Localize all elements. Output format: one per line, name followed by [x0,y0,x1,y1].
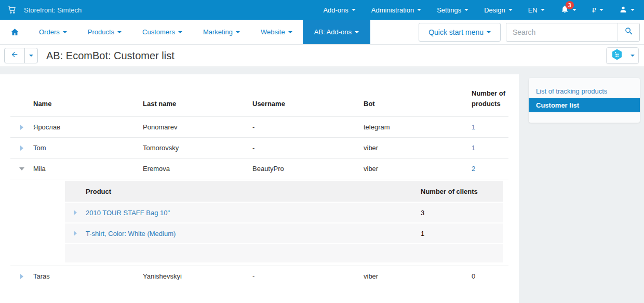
menu-design-label: Design [484,6,505,14]
products-count-link[interactable]: 1 [472,123,475,131]
chevron-down-icon [630,9,635,11]
chevron-down-icon [572,9,576,11]
chevron-down-icon [355,31,359,33]
page-header: AB: EcomBot: Customer list [0,45,644,67]
subtable-column-number-of-clients: Number of clients [421,188,504,195]
nav-marketing-label: Marketing [203,28,233,36]
sidebar-item-list-of-tracking-products[interactable]: List of tracking products [529,84,640,98]
back-button-group [4,48,38,63]
expand-product-icon[interactable] [74,210,77,215]
navbar: Orders Products Customers Marketing Webs… [0,20,644,45]
quick-start-menu-button[interactable]: Quick start menu [419,23,501,42]
customer-list-panel: Name Last name Username Bot Number of pr… [0,74,519,303]
currency-menu[interactable]: ₽ [592,6,603,14]
user-menu[interactable] [619,5,635,15]
cell-last-name: Yanishevskyi [143,272,252,280]
subtable-header-row: Product Number of clients [65,181,503,203]
column-header-number-of-products: Number of products [472,88,509,109]
sidebar-item-customer-list[interactable]: Customer list [529,98,640,112]
table-row-expanded: Mila Eremova BeautyPro viber 2 [10,159,508,179]
chevron-down-icon [464,9,468,11]
collapse-row-icon[interactable] [19,167,24,170]
menu-add-ons[interactable]: Add-ons [323,6,355,14]
cell-name: Ярослав [33,123,143,131]
nav-item-customers[interactable]: Customers [132,20,193,44]
expand-row-icon[interactable] [20,125,23,130]
search-input[interactable] [506,23,618,41]
column-header-username: Username [252,99,364,109]
table-row: Tom Tomorovsky - viber 1 [10,138,508,159]
chevron-down-icon [599,9,603,11]
column-header-bot: Bot [364,99,472,109]
menu-administration-label: Administration [371,6,414,14]
table-header-row: Name Last name Username Bot Number of pr… [10,74,508,117]
page-title: AB: EcomBot: Customer list [46,50,175,62]
language-label: EN [528,6,538,14]
chevron-down-icon [487,31,491,33]
chevron-down-icon [236,31,240,33]
back-arrow-icon [10,50,19,61]
column-header-last-name: Last name [143,99,252,109]
sidebar: List of tracking products Customer list [529,78,640,123]
expand-row-icon[interactable] [20,274,23,279]
storefront-label[interactable]: Storefront: Simtech [24,6,82,14]
nav-customers-label: Customers [142,28,175,36]
nav-website-label: Website [261,28,285,36]
chevron-down-icon [63,31,67,33]
nav-item-website[interactable]: Website [250,20,303,44]
cell-last-name: Ponomarev [143,123,252,131]
cell-bot: viber [364,144,472,152]
cell-last-name: Tomorovsky [143,144,252,152]
menu-administration[interactable]: Administration [371,6,421,14]
search-icon [624,27,634,37]
menu-language[interactable]: EN [528,6,545,14]
cell-number-of-clients: 1 [421,230,504,238]
expand-product-icon[interactable] [74,231,77,236]
subtable-row: T-shirt, Color: White (Medium) 1 [65,223,503,244]
storefront-cart-icon[interactable] [7,5,17,16]
cell-name: Tom [33,144,143,152]
chevron-down-icon [417,9,421,11]
nav-item-marketing[interactable]: Marketing [193,20,250,44]
column-header-name: Name [33,99,143,109]
search-button[interactable] [618,23,639,41]
subtable-row: 2010 TOUR STAFF Bag 10" 3 [65,203,503,223]
nav-item-products[interactable]: Products [77,20,132,44]
products-count-link[interactable]: 2 [472,165,475,173]
back-button[interactable] [5,48,24,63]
content-area: Name Last name Username Bot Number of pr… [0,67,644,303]
addon-actions-button[interactable] [606,47,639,64]
nav-item-orders[interactable]: Orders [29,20,77,44]
cell-number-of-clients: 3 [421,209,504,217]
notifications-menu[interactable]: 3 [560,5,576,15]
menu-design[interactable]: Design [484,6,512,14]
chevron-down-icon [117,31,122,33]
chevron-down-icon [29,55,33,57]
cell-name: Mila [33,165,143,173]
notification-badge: 3 [566,1,574,9]
table-row: Taras Yanishevskyi - viber 0 [10,266,508,286]
table-row: Ярослав Ponomarev - telegram 1 [10,117,508,138]
cell-bot: telegram [364,123,472,131]
product-link[interactable]: 2010 TOUR STAFF Bag 10" [86,209,170,217]
cell-username: BeautyPro [252,165,364,173]
products-subtable: Product Number of clients 2010 TOUR STAF… [65,181,503,262]
cell-bot: viber [364,165,472,173]
user-icon [619,5,627,15]
expand-row-icon[interactable] [20,146,23,151]
cell-username: - [252,144,364,152]
menu-settings[interactable]: Settings [437,6,468,14]
chevron-down-icon [508,9,513,11]
nav-ab-addons-label: AB: Add-ons [314,28,352,36]
topbar: Storefront: Simtech Add-ons Administrati… [0,0,644,20]
nav-item-ab-add-ons[interactable]: AB: Add-ons [303,20,370,44]
back-dropdown-button[interactable] [24,48,37,63]
chevron-down-icon [288,31,292,33]
cell-username: - [252,272,364,280]
products-count-link[interactable]: 1 [472,144,475,152]
search-group [506,23,640,42]
home-icon[interactable] [0,20,29,44]
product-link[interactable]: T-shirt, Color: White (Medium) [86,230,176,238]
chevron-down-icon [630,55,635,57]
cell-bot: viber [364,272,472,280]
